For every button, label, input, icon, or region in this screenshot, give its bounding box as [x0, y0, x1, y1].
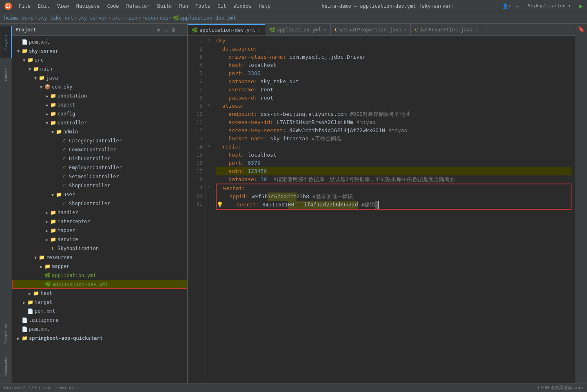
tree-item-handler[interactable]: ▶ 📁 handler: [12, 208, 187, 217]
tree-item-dish-controller[interactable]: C DishController: [12, 154, 187, 163]
copyright-text: CSDN @清风微凉.aaa: [538, 385, 583, 390]
tab-close-icon[interactable]: ✕: [323, 27, 326, 33]
breadcrumb-part[interactable]: resources: [142, 15, 168, 21]
breadcrumb-part[interactable]: heima-demo: [4, 15, 33, 21]
window-title: heima-demo – application-dev.yml [sky-se…: [274, 3, 502, 9]
code-line-20: appid: wxf5b7c67da22c23b8 #登录的唯一标识: [217, 193, 571, 201]
menu-edit[interactable]: Edit: [35, 2, 53, 10]
tree-item-java[interactable]: ▼ 📁 java: [12, 73, 187, 82]
folder-icon: 📁: [33, 66, 39, 72]
breadcrumb-file[interactable]: application-dev.yml: [180, 15, 236, 21]
tree-item-config[interactable]: ▶ 📁 config: [12, 109, 187, 118]
tree-item-shop-controller-user[interactable]: C ShopController: [12, 199, 187, 208]
tree-label: DishController: [69, 156, 110, 162]
tree-item-application-yml[interactable]: 🌿 application.yml: [12, 271, 187, 280]
tree-item-application-dev-yml[interactable]: 🌿 application-dev.yml: [12, 280, 187, 289]
menu-tools[interactable]: Tools: [192, 2, 213, 10]
tree-item-aspect[interactable]: ▶ 📁 aspect: [12, 100, 187, 109]
tree-label: application-dev.yml: [52, 281, 108, 287]
folder-icon: 📁: [55, 192, 62, 197]
tree-item-resources[interactable]: ▼ 📁 resources: [12, 253, 187, 262]
menu-navigate[interactable]: Navigate: [73, 2, 103, 10]
tree-item-sky-server[interactable]: ▼ 📁 sky-server: [12, 47, 187, 55]
sidebar-tab-bookmarks[interactable]: Bookmarks: [0, 350, 12, 383]
tree-label: com.sky: [52, 84, 73, 90]
tree-item-src[interactable]: ▼ 📁 src: [12, 55, 187, 64]
tab-close-icon[interactable]: ✕: [404, 27, 407, 33]
menu-view[interactable]: View: [54, 2, 72, 10]
breadcrumb-part[interactable]: sky-server: [78, 15, 107, 21]
menu-build[interactable]: Build: [154, 2, 175, 10]
code-line-7: username: root: [216, 86, 571, 94]
tab-close-icon[interactable]: ✕: [475, 27, 478, 33]
tree-arrow: ▼: [33, 255, 38, 260]
main-layout: Project Commit Structure Bookmarks Proje…: [0, 24, 587, 383]
tree-item-target[interactable]: ▶ 📁 target: [12, 298, 187, 307]
tree-item-com-sky[interactable]: ▼ 📦 com.sky: [12, 82, 187, 91]
tree-item-pom-root2[interactable]: 📄 pom.xml: [12, 325, 187, 334]
vcs-button[interactable]: 👤▾: [502, 3, 511, 9]
tab-application-yml[interactable]: 🌿 application.yml ✕: [265, 24, 331, 35]
add-icon[interactable]: ⊕: [155, 27, 161, 33]
back-button[interactable]: ←: [516, 3, 519, 9]
sidebar-tab-structure[interactable]: Structure: [0, 318, 12, 350]
menu-help[interactable]: Help: [255, 2, 274, 10]
tab-jwt-properties[interactable]: C JwtProperties.java ✕: [411, 24, 482, 35]
tree-item-main[interactable]: ▼ 📁 main: [12, 64, 187, 73]
menu-window[interactable]: Window: [230, 2, 255, 10]
tree-arrow: ▶: [44, 94, 50, 98]
sort-icon[interactable]: ≡: [163, 27, 169, 33]
tree-item-gitignore[interactable]: 📄 .gitignore: [12, 316, 187, 325]
sidebar-tab-commit[interactable]: Commit: [0, 58, 12, 91]
tree-arrow: ▼: [33, 76, 38, 80]
tree-item-admin[interactable]: ▼ 📁 admin: [12, 127, 187, 136]
tree-item-user[interactable]: ▼ 📁 user: [12, 190, 187, 199]
tree-item-setmeal-controller[interactable]: C SetmealController: [12, 172, 187, 181]
tree-item-mapper[interactable]: ▶ 📁 mapper: [12, 226, 187, 235]
code-line-6: database: sky_take_out: [216, 78, 571, 86]
close-panel-icon[interactable]: −: [178, 27, 184, 33]
tab-wechat-properties[interactable]: C WeChatProperties.java ✕: [331, 24, 411, 35]
breadcrumb-part[interactable]: sky-take-out: [38, 15, 73, 21]
tree-item-springboot-aop[interactable]: ▶ 📁 springboot-aop-quickstart: [12, 334, 187, 343]
tree-item-service[interactable]: ▶ 📁 service: [12, 235, 187, 244]
tree-item-interceptor[interactable]: ▶ 📁 interceptor: [12, 217, 187, 226]
tree-label: mapper: [58, 228, 75, 233]
menu-code[interactable]: Code: [104, 2, 122, 10]
tree-item-test[interactable]: ▶ 📁 test: [12, 289, 187, 298]
folder-icon: 📁: [50, 93, 56, 99]
tree-item-annotation[interactable]: ▶ 📁 annotation: [12, 91, 187, 100]
tree-label: aspect: [58, 102, 75, 108]
tree-item-shop-controller-admin[interactable]: C ShopController: [12, 181, 187, 190]
tree-item-employee-controller[interactable]: C EmployeeController: [12, 163, 187, 172]
run-button[interactable]: ▶: [579, 2, 583, 10]
tree-item-pom-sky[interactable]: 📄 pom.xml: [12, 307, 187, 316]
tree-label: .gitignore: [29, 317, 58, 323]
tree-item-common-controller[interactable]: C CommonController: [12, 145, 187, 154]
tree-item-pom-root[interactable]: 📄 pom.xml: [12, 38, 187, 47]
tree-item-category-controller[interactable]: C CategoryController: [12, 136, 187, 145]
tab-close-icon[interactable]: ✕: [258, 28, 261, 33]
menu-file[interactable]: File: [16, 2, 34, 10]
menu-git[interactable]: Git: [214, 2, 230, 10]
sidebar-tab-project[interactable]: Project: [0, 26, 12, 58]
menu-run[interactable]: Run: [176, 2, 191, 10]
tab-label: WeChatProperties.java: [339, 27, 401, 33]
code-area[interactable]: sky: datasource: driver-class-name: com.…: [213, 36, 575, 383]
menu-refactor[interactable]: Refactor: [123, 2, 153, 10]
java-tab-icon: C: [335, 27, 338, 33]
breadcrumb-part[interactable]: src: [112, 15, 121, 21]
tree-item-controller[interactable]: ▼ 📁 controller: [12, 118, 187, 127]
tree-arrow: ▶: [44, 219, 50, 224]
tree-item-sky-application[interactable]: C SkyApplication: [12, 244, 187, 253]
tab-application-dev-yml[interactable]: 🌿 application-dev.yml ✕: [188, 24, 265, 35]
class-icon: C: [61, 166, 68, 170]
src-folder-icon: 📁: [27, 57, 33, 63]
breadcrumb-part[interactable]: main: [126, 15, 137, 21]
tree-item-mapper-resources[interactable]: ▶ 📁 mapper: [12, 262, 187, 271]
bookmark-icon[interactable]: 🔖: [578, 26, 585, 32]
editor-content: 12345 678910 1112131415 1617181920 21 ⊳: [188, 36, 575, 383]
code-line-18: database: 10 #指定使用哪个数据库，默认是0号数据库，不同数据库中的…: [216, 175, 571, 184]
settings-icon[interactable]: ⚙: [171, 27, 176, 33]
run-config[interactable]: SkyApplication ▾: [524, 2, 574, 9]
